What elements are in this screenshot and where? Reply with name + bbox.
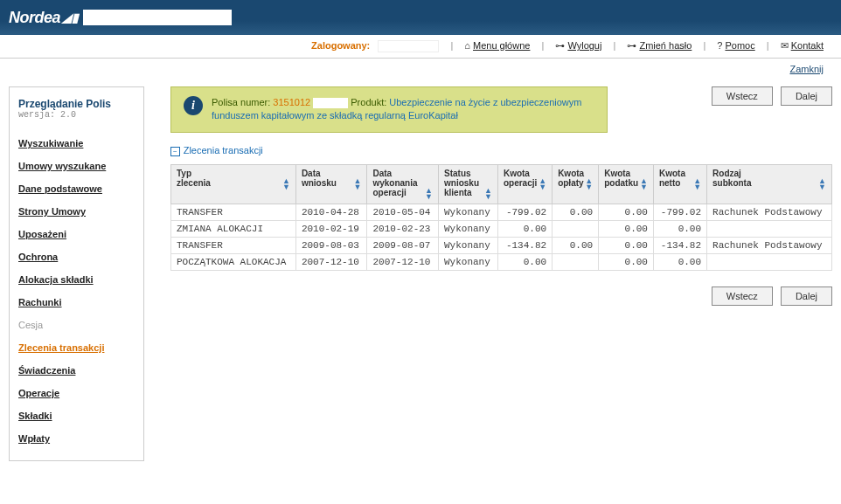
- table-cell: POCZĄTKOWA ALOKACJA: [171, 253, 296, 270]
- table-cell: [707, 253, 832, 270]
- collapse-icon[interactable]: −: [170, 147, 180, 156]
- policy-label: Polisa numer:: [212, 97, 270, 107]
- product-label: Produkt:: [351, 97, 386, 107]
- sort-icon[interactable]: ▲▼: [693, 178, 701, 190]
- contact-link[interactable]: Kontakt: [791, 40, 824, 51]
- table-cell: 0.00: [599, 253, 654, 270]
- table-cell: 0.00: [497, 220, 552, 237]
- header-bar: Nordea◢▮: [0, 0, 841, 35]
- sidebar-version: wersja: 2.0: [18, 110, 135, 120]
- back-button[interactable]: Wstecz: [712, 287, 773, 306]
- table-cell: -134.82: [497, 237, 552, 253]
- table-cell: 2010-02-19: [295, 220, 367, 237]
- table-cell: -799.02: [497, 204, 552, 220]
- table-cell: 0.00: [653, 220, 706, 237]
- sidebar-item[interactable]: Operacje: [18, 382, 135, 404]
- sidebar: Przeglądanie Polis wersja: 2.0 Wyszukiwa…: [9, 86, 144, 461]
- logo: Nordea◢▮: [9, 9, 78, 27]
- sidebar-item[interactable]: Umowy wyszukane: [18, 155, 135, 177]
- table-cell: 0.00: [653, 253, 706, 270]
- table-cell: 2009-08-07: [367, 237, 439, 253]
- table-cell: Wykonany: [439, 220, 498, 237]
- table-cell: 0.00: [599, 237, 654, 253]
- help-link[interactable]: Pomoc: [725, 40, 754, 51]
- table-cell: 0.00: [599, 220, 654, 237]
- table-cell: -799.02: [653, 204, 706, 220]
- sort-icon[interactable]: ▲▼: [282, 178, 290, 190]
- section-title[interactable]: −Zlecenia transakcji: [170, 145, 832, 155]
- column-header[interactable]: Kwotapodatku▲▼: [599, 164, 654, 204]
- sort-icon[interactable]: ▲▼: [640, 178, 648, 190]
- table-cell: [553, 220, 599, 237]
- column-header[interactable]: Datawykonaniaoperacji▲▼: [367, 164, 439, 204]
- table-cell: 0.00: [553, 204, 599, 220]
- change-password-link[interactable]: Zmień hasło: [639, 40, 692, 51]
- column-header[interactable]: Kwotanetto▲▼: [653, 164, 706, 204]
- sidebar-item[interactable]: Wyszukiwanie: [18, 132, 135, 155]
- transactions-table: Typzlecenia▲▼Datawniosku▲▼Datawykonaniao…: [170, 164, 832, 271]
- table-row: POCZĄTKOWA ALOKACJA2007-12-102007-12-10W…: [171, 253, 832, 270]
- key-icon: ⊶: [555, 40, 565, 51]
- sidebar-item: Cesja: [18, 314, 135, 336]
- sidebar-item[interactable]: Ochrona: [18, 245, 135, 268]
- next-button[interactable]: Dalej: [781, 287, 832, 306]
- table-cell: 2009-08-03: [295, 237, 367, 253]
- sort-icon[interactable]: ▲▼: [425, 188, 433, 200]
- column-header[interactable]: Kwotaopłaty▲▼: [553, 164, 599, 204]
- table-cell: 2007-12-10: [295, 253, 367, 270]
- key-icon: ⊶: [627, 40, 636, 51]
- main-content: i Polisa numer: 3151012 Produkt: Ubezpie…: [170, 86, 832, 461]
- table-cell: Wykonany: [439, 204, 498, 220]
- sidebar-item[interactable]: Alokacja składki: [18, 268, 135, 291]
- sidebar-item[interactable]: Uposażeni: [18, 223, 135, 245]
- table-cell: [553, 253, 599, 270]
- sidebar-item[interactable]: Strony Umowy: [18, 200, 135, 223]
- column-header[interactable]: Typzlecenia▲▼: [171, 164, 296, 204]
- table-cell: Rachunek Podstawowy: [707, 237, 832, 253]
- sort-icon[interactable]: ▲▼: [354, 178, 362, 190]
- table-cell: 0.00: [553, 237, 599, 253]
- policy-number: 3151012: [273, 97, 310, 107]
- button-row-bottom: Wstecz Dalej: [170, 287, 832, 306]
- table-cell: [707, 220, 832, 237]
- close-bar: Zamknij: [0, 59, 841, 79]
- home-icon: ⌂: [464, 40, 470, 51]
- logged-in-value: [378, 40, 439, 52]
- column-header[interactable]: Statuswnioskuklienta▲▼: [439, 164, 498, 204]
- contact-icon: ✉: [781, 40, 789, 51]
- table-cell: 2010-05-04: [367, 204, 439, 220]
- table-cell: TRANSFER: [171, 204, 296, 220]
- sort-icon[interactable]: ▲▼: [818, 178, 826, 190]
- sidebar-item[interactable]: Składki: [18, 404, 135, 427]
- column-header[interactable]: Datawniosku▲▼: [295, 164, 367, 204]
- menu-main-link[interactable]: Menu główne: [473, 40, 530, 51]
- logo-icon: ◢▮: [62, 10, 78, 24]
- sidebar-item[interactable]: Wpłaty: [18, 427, 135, 450]
- sidebar-item[interactable]: Dane podstawowe: [18, 177, 135, 200]
- sidebar-title: Przeglądanie Polis: [18, 98, 135, 110]
- close-link[interactable]: Zamknij: [789, 64, 824, 74]
- info-box: i Polisa numer: 3151012 Produkt: Ubezpie…: [170, 86, 608, 133]
- policy-mask: [313, 98, 348, 108]
- table-cell: Rachunek Podstawowy: [707, 204, 832, 220]
- table-row: ZMIANA ALOKACJI2010-02-192010-02-23Wykon…: [171, 220, 832, 237]
- table-row: TRANSFER2009-08-032009-08-07Wykonany-134…: [171, 237, 832, 253]
- sort-icon[interactable]: ▲▼: [539, 178, 546, 190]
- column-header[interactable]: Kwotaoperacji▲▼: [497, 164, 552, 204]
- back-button[interactable]: Wstecz: [712, 86, 773, 106]
- next-button[interactable]: Dalej: [781, 86, 832, 106]
- header-input-box: [83, 10, 232, 25]
- sort-icon[interactable]: ▲▼: [585, 178, 593, 190]
- table-cell: -134.82: [653, 237, 706, 253]
- sort-icon[interactable]: ▲▼: [484, 188, 492, 200]
- section-label: Zlecenia transakcji: [184, 145, 263, 155]
- table-cell: Wykonany: [439, 237, 498, 253]
- column-header[interactable]: Rodzajsubkonta▲▼: [707, 164, 832, 204]
- sidebar-item[interactable]: Świadczenia: [18, 359, 135, 382]
- table-cell: Wykonany: [439, 253, 498, 270]
- info-icon: i: [184, 96, 203, 115]
- sidebar-item[interactable]: Rachunki: [18, 291, 135, 314]
- sidebar-item[interactable]: Zlecenia transakcji: [18, 336, 135, 359]
- logout-link[interactable]: Wyloguj: [567, 40, 601, 51]
- table-cell: 2007-12-10: [367, 253, 439, 270]
